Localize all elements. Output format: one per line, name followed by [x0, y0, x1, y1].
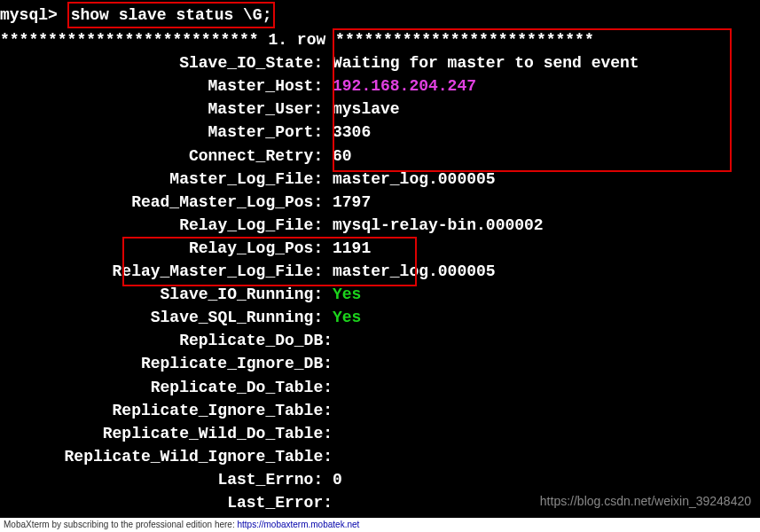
- status-row: Last_Errno: 0: [0, 468, 760, 491]
- output-area: *************************** 1. row *****…: [0, 28, 760, 532]
- status-value: 0: [333, 468, 342, 491]
- status-row: Replicate_Wild_Ignore_Table:: [0, 445, 760, 468]
- status-key: Master_User:: [0, 98, 333, 121]
- watermark: https://blog.csdn.net/weixin_39248420: [540, 492, 751, 510]
- status-key: Slave_IO_State:: [0, 51, 333, 74]
- status-key: Last_Errno:: [0, 468, 333, 491]
- status-key: Relay_Master_Log_File:: [0, 260, 333, 283]
- status-row: Replicate_Wild_Do_Table:: [0, 422, 760, 445]
- status-key: Replicate_Do_Table:: [0, 376, 333, 399]
- status-key: Connect_Retry:: [0, 145, 333, 168]
- status-key: Master_Host:: [0, 74, 333, 98]
- status-row: Replicate_Do_DB:: [0, 329, 760, 352]
- status-value: Waiting for master to send event: [333, 51, 639, 74]
- status-row: Relay_Log_File: mysql-relay-bin.000002: [0, 214, 760, 237]
- status-value: 3306: [333, 121, 371, 144]
- status-key: Replicate_Wild_Ignore_Table:: [0, 445, 333, 468]
- status-key: Relay_Log_File:: [0, 214, 333, 237]
- status-row: Replicate_Ignore_Table:: [0, 399, 760, 422]
- status-value: Yes: [333, 306, 361, 329]
- status-value: 1191: [333, 237, 371, 260]
- status-value: master_log.000005: [333, 168, 496, 191]
- command-text: show slave status \G;: [71, 6, 272, 24]
- status-key: Master_Log_File:: [0, 168, 333, 191]
- status-key: Last_Error:: [0, 491, 333, 514]
- status-key: Master_Port:: [0, 121, 333, 144]
- status-value: master_log.000005: [333, 260, 496, 283]
- status-key: Slave_IO_Running:: [0, 283, 333, 306]
- status-fields: Slave_IO_State: Waiting for master to se…: [0, 51, 760, 532]
- status-row: Slave_IO_Running: Yes: [0, 283, 760, 306]
- status-value: myslave: [333, 98, 400, 121]
- status-value: Yes: [333, 283, 361, 306]
- status-key: Replicate_Do_DB:: [0, 329, 333, 352]
- status-row: Master_Host: 192.168.204.247: [0, 74, 760, 98]
- status-row: Slave_IO_State: Waiting for master to se…: [0, 51, 760, 74]
- status-row: Replicate_Do_Table:: [0, 376, 760, 399]
- status-key: Replicate_Wild_Do_Table:: [0, 422, 333, 445]
- footer-text: MobaXterm by subscribing to the professi…: [4, 520, 237, 529]
- status-row: Relay_Master_Log_File: master_log.000005: [0, 260, 760, 283]
- row-separator: *************************** 1. row *****…: [0, 28, 760, 51]
- command-highlight-box: show slave status \G;: [67, 2, 276, 28]
- command-line[interactable]: mysql> show slave status \G;: [0, 2, 760, 28]
- status-row: Relay_Log_Pos: 1191: [0, 237, 760, 260]
- status-value: 1797: [333, 191, 371, 214]
- mysql-prompt: mysql>: [0, 6, 67, 24]
- status-key: Replicate_Ignore_Table:: [0, 399, 333, 422]
- status-row: Read_Master_Log_Pos: 1797: [0, 191, 760, 214]
- status-key: Replicate_Ignore_DB:: [0, 352, 333, 375]
- status-value: mysql-relay-bin.000002: [333, 214, 544, 237]
- status-row: Replicate_Ignore_DB:: [0, 352, 760, 375]
- status-key: Relay_Log_Pos:: [0, 237, 333, 260]
- status-key: Slave_SQL_Running:: [0, 306, 333, 329]
- status-value: 60: [333, 145, 352, 168]
- status-row: Master_User: myslave: [0, 98, 760, 121]
- status-row: Master_Port: 3306: [0, 121, 760, 144]
- footer-bar: MobaXterm by subscribing to the professi…: [0, 518, 760, 533]
- status-row: Connect_Retry: 60: [0, 145, 760, 168]
- footer-link[interactable]: https://mobaxterm.mobatek.net: [237, 520, 359, 529]
- status-row: Slave_SQL_Running: Yes: [0, 306, 760, 329]
- status-row: Master_Log_File: master_log.000005: [0, 168, 760, 191]
- status-key: Read_Master_Log_Pos:: [0, 191, 333, 214]
- status-value: 192.168.204.247: [333, 74, 476, 98]
